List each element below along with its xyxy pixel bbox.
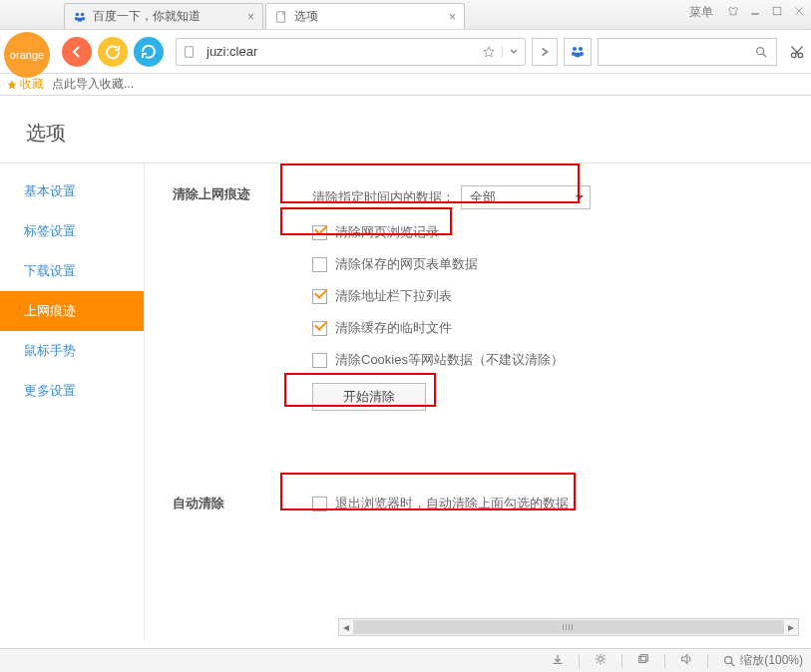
svg-point-0 xyxy=(76,12,80,16)
scroll-thumb[interactable] xyxy=(353,620,784,634)
page-content: 选项 基本设置 标签设置 下载设置 上网痕迹 鼠标手势 更多设置 清除上网痕迹 … xyxy=(0,96,811,648)
svg-point-4 xyxy=(77,17,82,21)
svg-rect-5 xyxy=(277,11,285,22)
titlebar: 百度一下，你就知道 × 选项 × 菜单 xyxy=(0,0,811,30)
check-browsing-history[interactable] xyxy=(312,225,327,240)
toolbar xyxy=(0,30,811,74)
sidebar-item-tabs[interactable]: 标签设置 xyxy=(0,211,144,251)
check-label: 清除地址栏下拉列表 xyxy=(335,287,452,305)
scroll-right-icon[interactable]: ▸ xyxy=(784,619,798,635)
time-range-label: 清除指定时间内的数据： xyxy=(312,188,455,206)
check-form-data[interactable] xyxy=(312,257,327,272)
check-address-dropdown[interactable] xyxy=(312,289,327,304)
sidebar-item-more[interactable]: 更多设置 xyxy=(0,371,144,411)
restore-icon[interactable] xyxy=(636,652,650,669)
search-engine-icon[interactable] xyxy=(564,38,592,66)
close-window-icon[interactable] xyxy=(793,5,805,20)
check-label: 退出浏览器时，自动清除上面勾选的数据 xyxy=(335,495,569,512)
horizontal-scrollbar[interactable]: ◂ ▸ xyxy=(338,618,799,636)
settings-sidebar: 基本设置 标签设置 下载设置 上网痕迹 鼠标手势 更多设置 xyxy=(0,164,145,640)
check-label: 清除Cookies等网站数据（不建议清除） xyxy=(335,351,564,369)
scroll-left-icon[interactable]: ◂ xyxy=(339,619,353,635)
tab-options[interactable]: 选项 × xyxy=(265,3,465,29)
check-label: 清除保存的网页表单数据 xyxy=(335,255,478,273)
site-identity-icon[interactable] xyxy=(177,45,203,59)
check-label: 清除网页浏览记录 xyxy=(335,223,439,241)
skin-icon[interactable] xyxy=(727,5,739,20)
page-icon xyxy=(274,10,288,24)
import-bookmarks-hint[interactable]: 点此导入收藏... xyxy=(52,76,134,93)
back-button[interactable] xyxy=(62,37,92,67)
url-dropdown-icon[interactable] xyxy=(502,47,525,57)
bookmark-star-icon[interactable] xyxy=(476,45,502,59)
reload-button[interactable] xyxy=(98,37,128,67)
svg-line-24 xyxy=(731,662,735,666)
svg-rect-10 xyxy=(186,46,194,57)
sidebar-item-basic[interactable]: 基本设置 xyxy=(0,171,144,211)
start-clear-button[interactable]: 开始清除 xyxy=(312,383,426,411)
close-icon[interactable]: × xyxy=(449,10,456,24)
sidebar-item-download[interactable]: 下载设置 xyxy=(0,251,144,291)
check-cache[interactable] xyxy=(312,321,327,336)
window-controls: 菜单 xyxy=(689,4,805,21)
screenshot-icon[interactable] xyxy=(783,43,811,61)
svg-point-20 xyxy=(599,657,603,661)
svg-rect-7 xyxy=(773,7,781,15)
check-cookies[interactable] xyxy=(312,353,327,368)
home-button[interactable] xyxy=(134,37,164,67)
browser-logo: orange xyxy=(4,32,50,78)
zoom-control[interactable]: 缩放(100%) xyxy=(722,652,803,669)
svg-line-17 xyxy=(763,53,767,57)
svg-rect-22 xyxy=(641,655,648,661)
clear-traces-heading: 清除上网痕迹 xyxy=(173,185,312,425)
time-range-select[interactable]: 全部 xyxy=(461,185,591,209)
volume-icon[interactable] xyxy=(679,652,693,669)
gear-icon[interactable] xyxy=(594,652,608,669)
tab-baidu[interactable]: 百度一下，你就知道 × xyxy=(64,3,263,29)
download-icon[interactable] xyxy=(551,652,565,669)
sidebar-item-gestures[interactable]: 鼠标手势 xyxy=(0,331,144,371)
check-label: 清除缓存的临时文件 xyxy=(335,319,452,337)
bookmark-bar: 收藏 点此导入收藏... xyxy=(0,74,811,96)
svg-point-23 xyxy=(725,656,732,663)
maximize-icon[interactable] xyxy=(771,5,783,20)
paw-icon xyxy=(73,10,87,24)
auto-clear-heading: 自动清除 xyxy=(173,495,312,526)
tab-label: 百度一下，你就知道 xyxy=(93,8,201,25)
favorites-button[interactable]: 收藏 xyxy=(6,76,44,93)
svg-point-11 xyxy=(573,47,577,51)
svg-point-1 xyxy=(81,12,85,16)
status-bar: 缩放(100%) xyxy=(0,648,811,672)
menu-label[interactable]: 菜单 xyxy=(689,4,713,21)
svg-point-12 xyxy=(579,47,583,51)
search-box[interactable] xyxy=(598,38,777,66)
page-title: 选项 xyxy=(0,96,811,163)
svg-rect-21 xyxy=(639,656,646,662)
check-auto-clear[interactable] xyxy=(312,497,327,511)
close-icon[interactable]: × xyxy=(247,10,254,24)
svg-point-16 xyxy=(757,47,764,54)
address-bar[interactable] xyxy=(176,38,526,66)
sidebar-item-traces[interactable]: 上网痕迹 xyxy=(0,291,144,331)
url-input[interactable] xyxy=(203,44,476,59)
svg-point-15 xyxy=(575,52,581,57)
search-icon[interactable] xyxy=(746,45,776,59)
go-button[interactable] xyxy=(532,38,558,66)
minimize-icon[interactable] xyxy=(749,5,761,20)
tab-label: 选项 xyxy=(294,8,318,25)
